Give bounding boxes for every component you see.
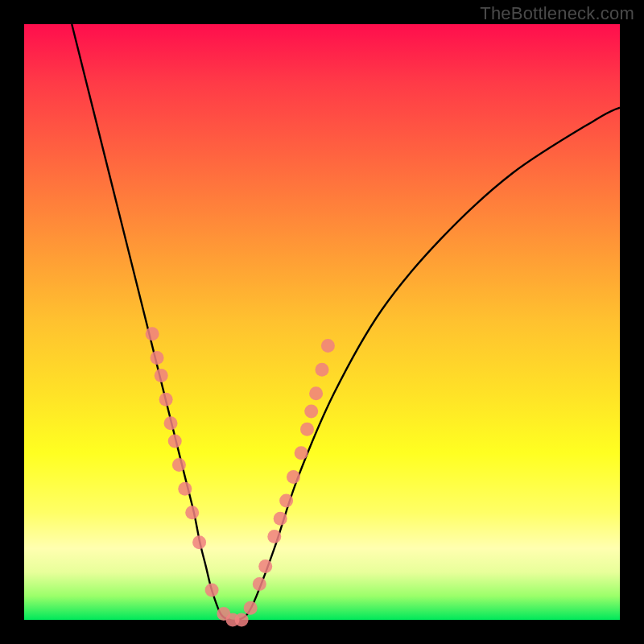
data-dot: [274, 512, 287, 526]
data-dot: [178, 482, 192, 496]
data-dot: [185, 506, 199, 519]
data-dot: [168, 435, 182, 448]
data-dot: [309, 386, 323, 400]
data-dot: [151, 351, 164, 365]
data-dot: [304, 405, 318, 419]
data-dot: [258, 559, 272, 573]
bottleneck-curve: [72, 24, 620, 621]
data-dot: [316, 363, 329, 377]
data-dot: [253, 577, 266, 591]
data-dot: [192, 535, 206, 549]
data-dot: [321, 339, 335, 353]
data-dot: [244, 601, 258, 615]
data-dot: [164, 416, 178, 430]
data-dot: [159, 393, 173, 407]
curve-svg: [24, 24, 620, 620]
data-dot: [279, 494, 293, 508]
data-dot: [287, 470, 300, 484]
data-dot: [300, 423, 314, 436]
data-dot: [295, 446, 308, 460]
data-dots: [146, 327, 335, 626]
data-dot: [205, 584, 219, 597]
data-dot: [235, 613, 249, 627]
data-dot: [146, 327, 159, 341]
data-dot: [267, 530, 281, 543]
plot-area: [24, 24, 620, 620]
data-dot: [172, 458, 186, 472]
chart-frame: TheBottleneck.com: [0, 0, 644, 644]
watermark-text: TheBottleneck.com: [480, 3, 634, 24]
data-dot: [155, 369, 168, 382]
